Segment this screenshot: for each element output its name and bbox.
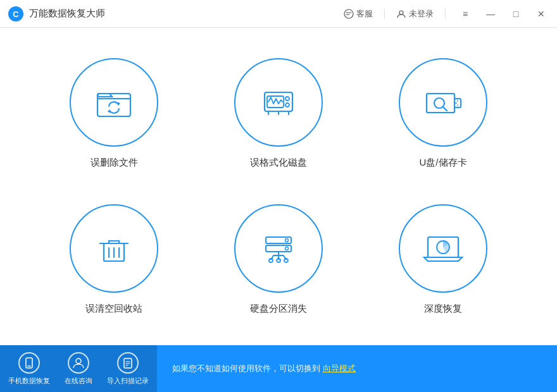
separator <box>384 9 385 19</box>
feature-icon-recycle-bin <box>70 204 158 293</box>
online-consult-icon <box>68 352 89 374</box>
phone-recovery-label: 手机数据恢复 <box>8 376 50 386</box>
svg-rect-8 <box>267 96 284 107</box>
svg-point-9 <box>285 97 289 101</box>
feature-partition-lost[interactable]: 硬盘分区消失 <box>203 193 354 326</box>
svg-point-32 <box>269 259 273 262</box>
feature-label-format-disk: 误格式化磁盘 <box>250 157 307 169</box>
menu-button[interactable]: ≡ <box>457 6 473 22</box>
svg-point-25 <box>285 239 289 242</box>
minimize-button[interactable]: — <box>482 6 499 22</box>
feature-label-deleted-files: 误删除文件 <box>91 157 138 169</box>
user-icon <box>396 9 406 19</box>
separator2 <box>445 9 446 19</box>
import-scan-icon <box>117 352 139 374</box>
feature-label-partition-lost: 硬盘分区消失 <box>250 303 307 315</box>
bottom-actions: 手机数据恢复 在线咨询 导入扫描记录 <box>0 345 157 392</box>
feature-icon-format-disk <box>234 58 323 147</box>
svg-point-10 <box>285 103 289 107</box>
svg-line-13 <box>443 107 447 111</box>
feature-label-usb-card: U盘/储存卡 <box>420 157 467 169</box>
svg-point-33 <box>277 259 280 262</box>
feature-deep-recovery[interactable]: 深度恢复 <box>367 193 519 326</box>
feature-recycle-bin[interactable]: 误清空回收站 <box>38 193 190 326</box>
svg-rect-11 <box>427 94 454 113</box>
svg-marker-5 <box>118 102 120 106</box>
maximize-button[interactable]: □ <box>508 6 524 22</box>
svg-point-34 <box>284 259 288 262</box>
titlebar: C 万能数据恢复大师 客服 未登录 ≡ — □ ✕ <box>0 0 557 28</box>
feature-format-disk[interactable]: 误格式化磁盘 <box>203 47 354 180</box>
svg-point-26 <box>285 247 289 250</box>
bottombar: 手机数据恢复 在线咨询 导入扫描记录 <box>0 345 557 392</box>
phone-recovery-button[interactable]: 手机数据恢复 <box>6 345 52 392</box>
login-button[interactable]: 未登录 <box>396 8 434 20</box>
svg-marker-6 <box>108 109 110 113</box>
svg-text:C: C <box>13 9 19 19</box>
online-consult-label: 在线咨询 <box>65 376 92 386</box>
svg-point-3 <box>399 11 403 15</box>
title-actions: 客服 未登录 ≡ — □ ✕ <box>344 6 549 22</box>
app-logo: C <box>8 6 24 22</box>
feature-deleted-files[interactable]: 误删除文件 <box>38 47 190 180</box>
feature-icon-partition-lost <box>234 204 323 293</box>
feature-icon-deleted-files <box>70 58 158 147</box>
feature-label-recycle-bin: 误清空回收站 <box>85 303 142 315</box>
import-scan-button[interactable]: 导入扫描记录 <box>105 345 151 392</box>
feature-usb-card[interactable]: U盘/储存卡 <box>367 47 519 180</box>
online-consult-button[interactable]: 在线咨询 <box>56 345 101 392</box>
guide-mode-link[interactable]: 向导模式 <box>323 364 356 373</box>
import-scan-label: 导入扫描记录 <box>107 376 149 386</box>
svg-point-2 <box>344 9 353 18</box>
bottom-tip: 如果您不知道如何使用软件，可以切换到 向导模式 <box>157 363 557 374</box>
svg-rect-24 <box>266 245 291 252</box>
main-content: 误删除文件 误格式化磁盘 <box>0 28 557 345</box>
app-title: 万能数据恢复大师 <box>29 8 344 20</box>
phone-recovery-icon <box>18 352 40 374</box>
svg-point-40 <box>76 358 81 364</box>
customer-service-button[interactable]: 客服 <box>344 8 373 20</box>
close-button[interactable]: ✕ <box>533 6 549 22</box>
feature-label-deep-recovery: 深度恢复 <box>424 303 462 315</box>
feature-icon-deep-recovery <box>399 204 487 293</box>
feature-icon-usb-card <box>399 58 487 147</box>
svg-rect-23 <box>266 237 291 243</box>
chat-icon <box>344 9 354 19</box>
